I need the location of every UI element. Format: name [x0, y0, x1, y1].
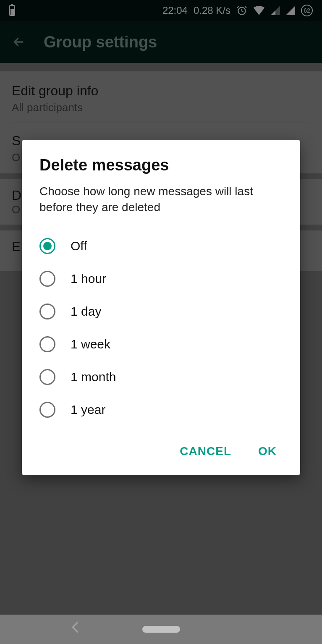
radio-group-duration: Off 1 hour 1 day 1 week 1 month 1 year	[39, 230, 283, 426]
dialog-actions: CANCEL OK	[39, 439, 283, 464]
radio-icon	[39, 238, 55, 254]
gesture-pill[interactable]	[142, 626, 180, 633]
nav-back-icon[interactable]	[71, 621, 79, 635]
radio-icon	[39, 402, 55, 418]
radio-icon	[39, 369, 55, 385]
dialog-title: Delete messages	[39, 156, 283, 174]
radio-option-1-month[interactable]: 1 month	[39, 361, 283, 393]
radio-option-1-year[interactable]: 1 year	[39, 393, 283, 426]
radio-label: 1 day	[71, 304, 101, 319]
radio-label: 1 hour	[71, 272, 106, 286]
system-nav-bar	[0, 615, 322, 644]
radio-option-1-day[interactable]: 1 day	[39, 295, 283, 328]
radio-icon	[39, 336, 55, 352]
delete-messages-dialog: Delete messages Choose how long new mess…	[22, 140, 300, 475]
radio-label: Off	[71, 239, 87, 253]
ok-button[interactable]: OK	[255, 439, 280, 464]
radio-label: 1 month	[71, 370, 116, 384]
radio-option-1-week[interactable]: 1 week	[39, 328, 283, 361]
radio-label: 1 week	[71, 337, 110, 351]
radio-icon	[39, 304, 55, 319]
dialog-description: Choose how long new messages will last b…	[39, 183, 283, 215]
radio-option-off[interactable]: Off	[39, 230, 283, 262]
radio-icon	[39, 271, 55, 287]
radio-option-1-hour[interactable]: 1 hour	[39, 262, 283, 295]
cancel-button[interactable]: CANCEL	[176, 439, 235, 464]
radio-label: 1 year	[71, 403, 105, 417]
